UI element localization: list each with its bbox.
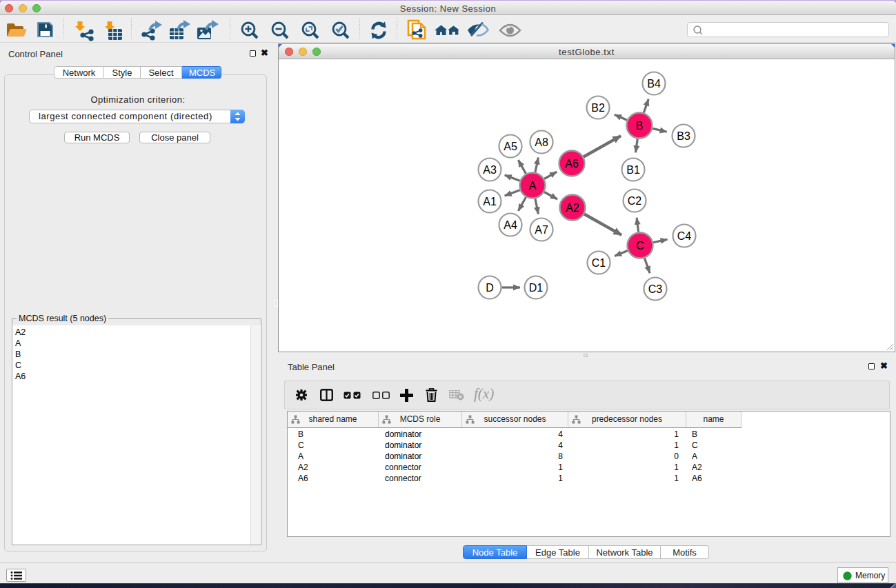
svg-text:A7: A7 xyxy=(535,224,548,236)
svg-text:A8: A8 xyxy=(535,136,548,148)
svg-text:B3: B3 xyxy=(677,130,690,142)
svg-text:B2: B2 xyxy=(591,102,605,114)
svg-text:A5: A5 xyxy=(504,141,517,152)
svg-text:A: A xyxy=(529,180,537,192)
svg-text:C2: C2 xyxy=(628,195,642,207)
svg-text:C: C xyxy=(636,240,644,252)
svg-text:C1: C1 xyxy=(592,257,606,269)
svg-text:C3: C3 xyxy=(648,283,663,295)
svg-text:A4: A4 xyxy=(504,219,517,231)
svg-text:A2: A2 xyxy=(566,202,579,214)
svg-text:B4: B4 xyxy=(647,78,661,90)
svg-text:A3: A3 xyxy=(483,164,497,176)
svg-text:B1: B1 xyxy=(626,164,640,176)
svg-text:C4: C4 xyxy=(677,230,692,242)
svg-text:D1: D1 xyxy=(529,282,544,294)
svg-text:A6: A6 xyxy=(565,158,579,170)
svg-text:D: D xyxy=(486,282,494,294)
svg-text:B: B xyxy=(636,120,644,132)
svg-text:A1: A1 xyxy=(483,196,497,207)
